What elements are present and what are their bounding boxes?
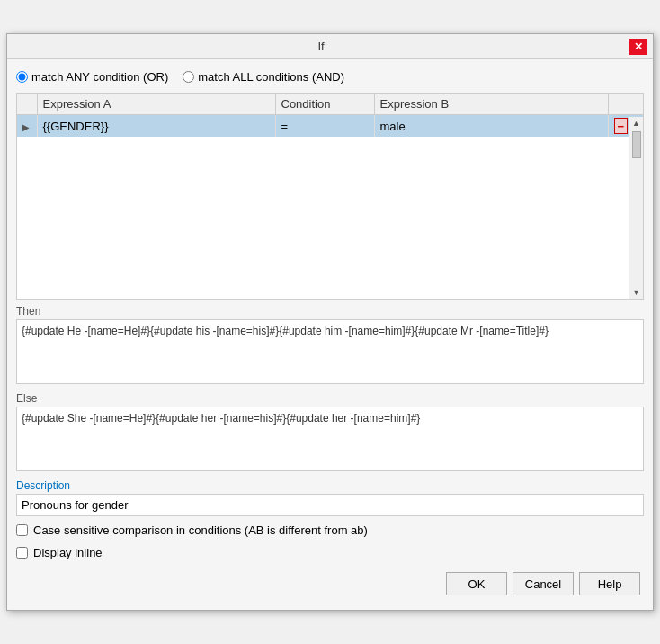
row-condition-cell[interactable]: = xyxy=(275,115,374,138)
row-expand-cell[interactable]: ▶ xyxy=(17,115,37,138)
radio-any-option[interactable]: match ANY condition (OR) xyxy=(16,70,168,84)
condition-table-wrapper: Expression A Condition Expression B ▶ {{… xyxy=(16,93,644,300)
else-section: Else xyxy=(16,392,644,474)
then-textarea[interactable] xyxy=(16,319,644,384)
col-expr-b-header: Expression B xyxy=(374,94,608,115)
dialog-title: If xyxy=(13,40,629,53)
radio-all-option[interactable]: match ALL conditions (AND) xyxy=(183,70,344,84)
description-input[interactable] xyxy=(16,494,644,516)
col-expr-a-header: Expression A xyxy=(37,94,275,115)
row-expr-b-cell[interactable]: male xyxy=(374,115,608,138)
table-row[interactable]: ▶ {{GENDER}} = male − + xyxy=(17,115,644,138)
cancel-button[interactable]: Cancel xyxy=(513,572,574,595)
else-label: Else xyxy=(16,392,644,405)
dialog-body: match ANY condition (OR) match ALL condi… xyxy=(7,59,653,610)
title-bar: If ✕ xyxy=(7,34,653,59)
row-expr-a-cell[interactable]: {{GENDER}} xyxy=(37,115,275,138)
condition-table: Expression A Condition Expression B ▶ {{… xyxy=(17,94,644,137)
close-button[interactable]: ✕ xyxy=(629,39,647,55)
display-inline-label: Display inline xyxy=(33,546,103,559)
scroll-down-icon[interactable]: ▼ xyxy=(630,286,642,299)
col-condition-header: Condition xyxy=(275,94,374,115)
table-scrollbar[interactable]: ▲ ▼ xyxy=(629,117,643,299)
help-button[interactable]: Help xyxy=(579,572,640,595)
scroll-thumb[interactable] xyxy=(632,131,641,158)
else-textarea[interactable] xyxy=(16,407,644,471)
radio-all-label: match ALL conditions (AND) xyxy=(198,70,344,84)
then-section: Then xyxy=(16,305,644,387)
description-section: Description xyxy=(16,479,644,516)
ok-button[interactable]: OK xyxy=(446,572,507,595)
display-inline-row: Display inline xyxy=(16,544,644,561)
col-actions-header xyxy=(608,94,644,115)
if-dialog: If ✕ match ANY condition (OR) match ALL … xyxy=(6,33,654,611)
then-label: Then xyxy=(16,305,644,318)
case-sensitive-checkbox[interactable] xyxy=(16,524,28,536)
case-sensitive-row: Case sensitive comparison in conditions … xyxy=(16,522,644,539)
display-inline-checkbox[interactable] xyxy=(16,547,28,559)
expand-arrow-icon[interactable]: ▶ xyxy=(22,122,30,132)
scroll-up-icon[interactable]: ▲ xyxy=(630,117,642,130)
radio-any-input[interactable] xyxy=(16,71,28,83)
condition-type-row: match ANY condition (OR) match ALL condi… xyxy=(16,67,644,87)
radio-all-input[interactable] xyxy=(183,71,194,83)
bottom-buttons: OK Cancel Help xyxy=(16,567,644,603)
description-label: Description xyxy=(16,479,644,492)
remove-row-button[interactable]: − xyxy=(614,118,629,134)
col-expand-header xyxy=(17,94,37,115)
case-sensitive-label: Case sensitive comparison in conditions … xyxy=(33,523,368,537)
radio-any-label: match ANY condition (OR) xyxy=(31,70,168,84)
